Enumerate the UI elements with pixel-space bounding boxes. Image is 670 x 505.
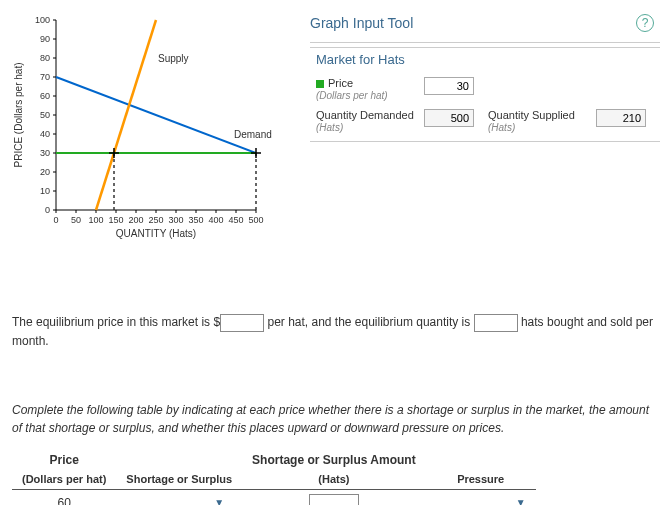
supply-demand-chart: 0 10 20 30 40 50 60 70 80 90 100 0: [10, 10, 290, 240]
price-input[interactable]: [424, 77, 474, 95]
col-price: Price: [12, 451, 116, 471]
help-icon[interactable]: ?: [636, 14, 654, 32]
svg-text:150: 150: [108, 215, 123, 225]
tool-title: Graph Input Tool: [310, 15, 413, 31]
chevron-down-icon: ▼: [214, 497, 224, 505]
svg-text:0: 0: [45, 205, 50, 215]
qd-sub: (Hats): [316, 122, 343, 133]
col-amount: Shortage or Surplus Amount: [242, 451, 426, 471]
svg-text:400: 400: [208, 215, 223, 225]
pressure-dropdown-60[interactable]: ▼: [436, 494, 526, 505]
amount-input-60[interactable]: [309, 494, 359, 505]
svg-text:20: 20: [40, 167, 50, 177]
price-legend-icon: [316, 80, 324, 88]
supply-label: Supply: [158, 53, 189, 64]
svg-text:50: 50: [40, 110, 50, 120]
col-price-sub: (Dollars per hat): [12, 471, 116, 490]
marker-qd[interactable]: [251, 148, 261, 158]
chevron-down-icon: ▼: [516, 497, 526, 505]
col-amount-sub: (Hats): [242, 471, 426, 490]
svg-text:300: 300: [168, 215, 183, 225]
demand-line[interactable]: [56, 77, 256, 153]
x-axis-title: QUANTITY (Hats): [116, 228, 196, 239]
market-title: Market for Hats: [310, 47, 660, 75]
svg-text:10: 10: [40, 186, 50, 196]
svg-text:70: 70: [40, 72, 50, 82]
eq-qty-input[interactable]: [474, 314, 518, 332]
price-sub: (Dollars per hat): [316, 90, 388, 101]
qd-label: Quantity Demanded: [316, 109, 414, 121]
svg-text:100: 100: [35, 15, 50, 25]
price-label: Price: [328, 77, 353, 89]
svg-text:80: 80: [40, 53, 50, 63]
svg-text:30: 30: [40, 148, 50, 158]
svg-text:100: 100: [88, 215, 103, 225]
svg-text:350: 350: [188, 215, 203, 225]
table-instruction: Complete the following table by indicati…: [0, 391, 670, 451]
svg-text:450: 450: [228, 215, 243, 225]
svg-text:0: 0: [53, 215, 58, 225]
qs-label: Quantity Supplied: [488, 109, 575, 121]
svg-text:250: 250: [148, 215, 163, 225]
svg-text:40: 40: [40, 129, 50, 139]
qs-value: [596, 109, 646, 127]
table-row: 60 ▼ ▼: [12, 490, 536, 505]
svg-text:500: 500: [248, 215, 263, 225]
eq-price-input[interactable]: [220, 314, 264, 332]
svg-text:90: 90: [40, 34, 50, 44]
col-ss: Shortage or Surplus: [116, 471, 242, 490]
supply-line[interactable]: [96, 20, 156, 210]
svg-text:60: 60: [40, 91, 50, 101]
col-pressure: Pressure: [426, 471, 536, 490]
qd-value: [424, 109, 474, 127]
svg-text:200: 200: [128, 215, 143, 225]
equilibrium-question: The equilibrium price in this market is …: [0, 303, 670, 361]
qs-sub: (Hats): [488, 122, 515, 133]
y-axis-title: PRICE (Dollars per hat): [13, 62, 24, 167]
svg-text:50: 50: [71, 215, 81, 225]
ss-dropdown-60[interactable]: ▼: [134, 494, 224, 505]
marker-qs[interactable]: [109, 148, 119, 158]
demand-label: Demand: [234, 129, 272, 140]
shortage-table: Price Shortage or Surplus Amount (Dollar…: [12, 451, 536, 505]
